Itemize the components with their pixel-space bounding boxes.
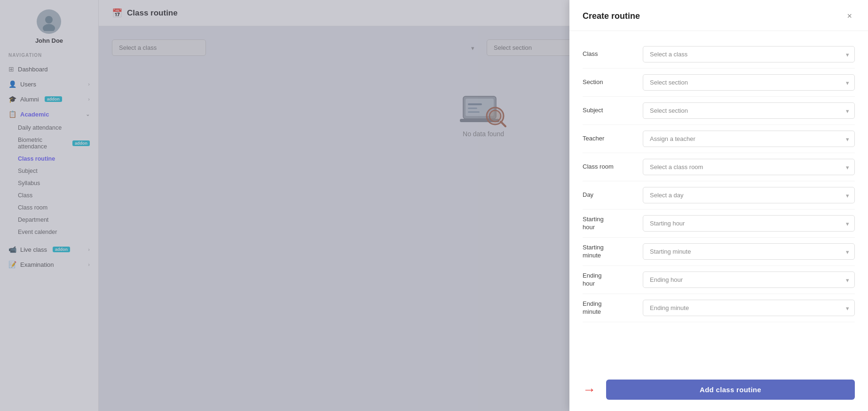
sidebar-item-academic[interactable]: 📋 Academic ⌄ [0, 107, 98, 122]
svg-rect-6 [468, 108, 477, 109]
chevron-right-icon: › [88, 81, 90, 87]
svg-point-10 [489, 110, 501, 122]
sidebar-item-label: Users [20, 81, 36, 88]
chevron-right-icon: › [88, 96, 90, 102]
section-filter-select[interactable]: Select section [487, 39, 581, 56]
form-row-teacher: Teacher Assign a teacher [583, 125, 855, 153]
chevron-right-icon: › [88, 247, 90, 252]
starting-minute-select-wrapper: Starting minute [643, 243, 855, 260]
starting-minute-select[interactable]: Starting minute [643, 243, 855, 260]
subnav-department[interactable]: Department [0, 214, 98, 226]
live-class-icon: 📹 [8, 246, 16, 253]
chevron-down-icon: ⌄ [86, 111, 90, 117]
classroom-select[interactable]: Select a class room [643, 159, 855, 175]
svg-rect-7 [468, 111, 480, 113]
examination-icon: 📝 [8, 261, 16, 268]
nav-label: NAVIGATION [0, 53, 50, 58]
svg-point-1 [45, 16, 53, 23]
alumni-badge: addon [45, 96, 62, 102]
starting-minute-label: Startingminute [583, 244, 634, 260]
sidebar-item-label: Live class [20, 246, 47, 253]
ending-minute-select-wrapper: Ending minute [643, 300, 855, 316]
sidebar-item-examination[interactable]: 📝 Examination › [0, 257, 98, 272]
subnav-label: Class routine [18, 155, 55, 162]
sidebar-item-dashboard[interactable]: ⊞ Dashboard [0, 62, 98, 77]
starting-hour-label: Startinghour [583, 216, 634, 232]
teacher-label: Teacher [583, 135, 634, 143]
starting-hour-select[interactable]: Starting hour [643, 215, 855, 232]
subnav-syllabus[interactable]: Syllabus [0, 177, 98, 189]
svg-line-11 [501, 122, 505, 126]
starting-hour-select-wrapper: Starting hour [643, 215, 855, 232]
arrow-indicator-icon: → [583, 382, 596, 397]
subnav-class-room[interactable]: Class room [0, 202, 98, 214]
form-row-ending-hour: Endinghour Ending hour [583, 266, 855, 294]
class-label: Class [583, 50, 634, 58]
section-select[interactable]: Select section [643, 74, 855, 91]
biometric-badge: addon [72, 140, 90, 146]
teacher-select-wrapper: Assign a teacher [643, 131, 855, 147]
sidebar-item-users[interactable]: 👤 Users › [0, 77, 98, 92]
subject-select-wrapper: Select section [643, 102, 855, 119]
subnav-subject[interactable]: Subject [0, 165, 98, 177]
section-select-wrapper: Select section [643, 74, 855, 91]
subnav-label: Subject [18, 168, 38, 174]
form-row-day: Day Select a day [583, 181, 855, 209]
subnav-label: Class room [18, 204, 47, 211]
ending-minute-label: Endingminute [583, 300, 634, 316]
ending-hour-select-wrapper: Ending hour [643, 271, 855, 288]
sidebar-item-label: Examination [20, 261, 54, 268]
no-data-illustration [458, 88, 509, 130]
subnav-event-calender[interactable]: Event calender [0, 226, 98, 238]
subnav-label: Syllabus [18, 180, 40, 186]
ending-hour-select[interactable]: Ending hour [643, 271, 855, 288]
subnav-label: Event calender [18, 229, 57, 235]
avatar [37, 9, 61, 34]
ending-minute-select[interactable]: Ending minute [643, 300, 855, 316]
live-class-badge: addon [53, 247, 70, 252]
form-row-subject: Subject Select section [583, 97, 855, 125]
class-select-wrapper: Select a class [643, 46, 855, 62]
form-row-starting-hour: Startinghour Starting hour [583, 209, 855, 238]
sidebar-item-label: Alumni [20, 96, 39, 103]
close-button[interactable]: × [844, 10, 855, 22]
alumni-icon: 🎓 [8, 95, 16, 103]
form-row-starting-minute: Startingminute Starting minute [583, 238, 855, 266]
user-profile: John Doe [35, 9, 63, 44]
subnav-class[interactable]: Class [0, 189, 98, 202]
chevron-right-icon: › [88, 262, 90, 267]
user-name: John Doe [35, 37, 63, 44]
page-icon: 📅 [112, 8, 122, 18]
section-label: Section [583, 78, 634, 86]
form-row-ending-minute: Endingminute Ending minute [583, 294, 855, 322]
no-data-text: No data found [463, 130, 504, 138]
classroom-label: Class room [583, 163, 634, 171]
day-label: Day [583, 191, 634, 199]
subnav-label: Class [18, 192, 32, 199]
subnav-daily-attendance[interactable]: Daily attendance [0, 122, 98, 134]
subnav-label: Department [18, 217, 48, 223]
subnav-label: Daily attendance [18, 124, 62, 131]
class-filter-wrapper: Select a class [112, 39, 480, 56]
teacher-select[interactable]: Assign a teacher [643, 131, 855, 147]
day-select[interactable]: Select a day [643, 187, 855, 203]
subnav-biometric-attendance[interactable]: Biometric attendance addon [0, 134, 98, 153]
panel-footer: → Add class routine [569, 371, 868, 411]
day-select-wrapper: Select a day [643, 187, 855, 203]
class-filter-select[interactable]: Select a class [112, 39, 206, 56]
sidebar-item-live-class[interactable]: 📹 Live class addon › [0, 242, 98, 257]
subject-select[interactable]: Select section [643, 102, 855, 119]
class-select[interactable]: Select a class [643, 46, 855, 62]
subnav-class-routine[interactable]: Class routine [0, 153, 98, 165]
academic-icon: 📋 [8, 110, 16, 118]
form-row-class: Class Select a class [583, 40, 855, 69]
subject-label: Subject [583, 107, 634, 115]
subnav-label: Biometric attendance [18, 137, 68, 150]
sidebar-item-alumni[interactable]: 🎓 Alumni addon › [0, 92, 98, 107]
panel-body: Class Select a class Section Select sect… [569, 31, 868, 371]
form-row-classroom: Class room Select a class room [583, 153, 855, 181]
form-row-section: Section Select section [583, 69, 855, 97]
sidebar-item-label: Dashboard [18, 66, 48, 73]
add-class-routine-button[interactable]: Add class routine [606, 380, 855, 400]
ending-hour-label: Endinghour [583, 272, 634, 288]
